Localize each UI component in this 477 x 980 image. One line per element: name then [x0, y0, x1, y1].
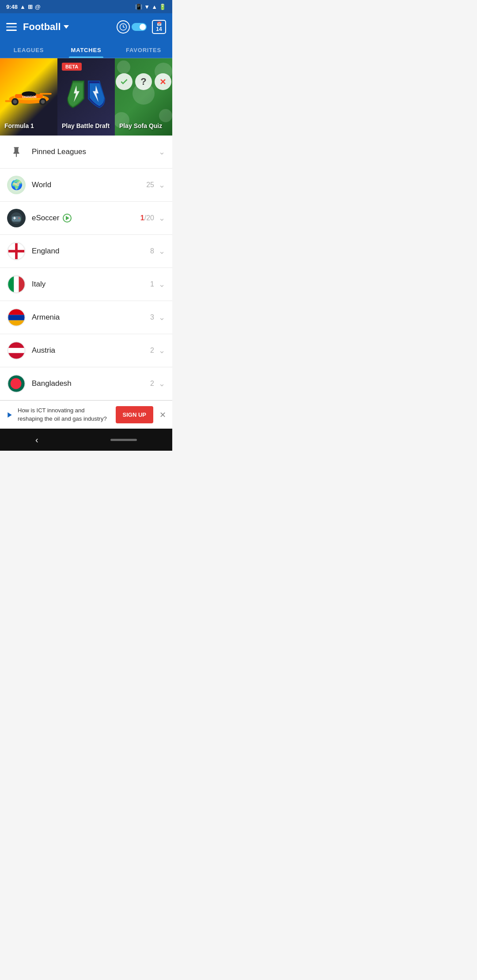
- header-icons: 📅 14: [117, 20, 166, 34]
- list-item-armenia[interactable]: Armenia 3 ⌄: [0, 301, 172, 334]
- battery-icon: 🔋: [159, 4, 166, 10]
- status-bar: 9:48 ▲ ⊞ @ 📳 ▼ ▲ 🔋: [0, 0, 172, 13]
- at-icon: @: [35, 4, 41, 10]
- bangladesh-flag: [7, 374, 26, 393]
- svg-rect-37: [8, 315, 25, 320]
- armenia-flag: [7, 308, 26, 327]
- list-item-bangladesh[interactable]: Bangladesh 2 ⌄: [0, 367, 172, 400]
- live-icon: [63, 214, 72, 222]
- svg-text:CHANDON: CHANDON: [22, 95, 37, 98]
- sofa-quiz-label: Play Sofa Quiz: [119, 122, 162, 129]
- esoccer-count: 1/20: [140, 214, 154, 222]
- chevron-icon: ⌄: [159, 313, 165, 322]
- svg-rect-41: [8, 342, 25, 348]
- beta-badge: BETA: [62, 63, 82, 71]
- svg-rect-6: [39, 93, 51, 95]
- england-flag: [7, 242, 26, 260]
- tab-matches[interactable]: MATCHES: [57, 41, 115, 58]
- list-item-esoccer[interactable]: eSoccer 1/20 ⌄: [0, 202, 172, 235]
- menu-button[interactable]: [6, 23, 17, 31]
- svg-point-10: [41, 100, 45, 104]
- svg-point-8: [13, 100, 17, 104]
- pin-icon: [7, 143, 26, 161]
- italy-label: Italy: [32, 280, 150, 289]
- svg-point-12: [117, 60, 130, 74]
- home-indicator[interactable]: [110, 439, 137, 441]
- pinned-leagues-label: Pinned Leagues: [32, 147, 159, 156]
- austria-flag: [7, 341, 26, 360]
- sport-selector[interactable]: Football: [23, 21, 110, 33]
- england-label: England: [32, 247, 150, 256]
- world-icon: 🌍: [7, 176, 26, 194]
- svg-rect-38: [8, 320, 25, 326]
- drive-icon: ▲: [20, 4, 26, 10]
- calendar-button[interactable]: 📅 14: [152, 20, 166, 34]
- world-count: 25: [146, 181, 154, 189]
- promo-card-formula1[interactable]: CHANDON Formula 1: [0, 58, 57, 136]
- chevron-icon: ⌄: [159, 180, 165, 190]
- italy-count: 1: [150, 280, 154, 288]
- esoccer-icon: [7, 209, 26, 227]
- chevron-icon: ⌄: [159, 246, 165, 256]
- battle-draft-label: Play Battle Draft: [62, 122, 110, 129]
- signal-icon: ▲: [151, 4, 157, 10]
- svg-point-16: [159, 109, 172, 122]
- armenia-label: Armenia: [32, 313, 150, 322]
- bangladesh-count: 2: [150, 380, 154, 388]
- list-item-austria[interactable]: Austria 2 ⌄: [0, 334, 172, 367]
- back-button[interactable]: ‹: [35, 435, 38, 445]
- chevron-icon: ⌄: [159, 213, 165, 223]
- list-item-pinned[interactable]: Pinned Leagues ⌄: [0, 136, 172, 169]
- list-item-italy[interactable]: Italy 1 ⌄: [0, 268, 172, 301]
- italy-flag: [7, 275, 26, 294]
- promo-card-sofa-quiz[interactable]: ? Play Sofa Quiz: [115, 58, 172, 136]
- vibrate-icon: 📳: [135, 4, 142, 10]
- ad-text: How is ICT innovating and reshaping the …: [18, 407, 111, 422]
- status-right: 📳 ▼ ▲ 🔋: [135, 4, 166, 10]
- status-left: 9:48 ▲ ⊞ @: [6, 4, 41, 10]
- promo-strip: CHANDON Formula 1 BETA: [0, 58, 172, 136]
- chevron-icon: ⌄: [159, 147, 165, 157]
- england-count: 8: [150, 247, 154, 255]
- ad-close-button[interactable]: ✕: [159, 410, 166, 420]
- svg-point-47: [11, 378, 22, 389]
- tab-leagues[interactable]: LEAGUES: [0, 41, 57, 58]
- svg-marker-49: [8, 412, 11, 418]
- chevron-icon: ⌄: [159, 379, 165, 388]
- svg-rect-43: [8, 353, 25, 359]
- leagues-list: Pinned Leagues ⌄ 🌍 World 25 ⌄ eSoccer: [0, 136, 172, 400]
- austria-label: Austria: [32, 346, 150, 355]
- svg-rect-31: [8, 276, 14, 293]
- esoccer-label: eSoccer: [32, 214, 140, 222]
- toggle-switch[interactable]: [132, 23, 147, 31]
- austria-count: 2: [150, 347, 154, 354]
- chevron-down-icon: [64, 25, 69, 29]
- chevron-icon: ⌄: [159, 279, 165, 289]
- list-item-england[interactable]: England 8 ⌄: [0, 235, 172, 268]
- bottom-navigation-bar: ‹: [0, 429, 172, 451]
- tabs-bar: LEAGUES MATCHES FAVORITES: [0, 41, 172, 58]
- svg-rect-22: [14, 217, 15, 219]
- svg-rect-36: [8, 309, 25, 315]
- svg-rect-42: [8, 348, 25, 353]
- status-time: 9:48: [6, 4, 18, 10]
- svg-rect-33: [19, 276, 25, 293]
- ad-banner: How is ICT innovating and reshaping the …: [0, 400, 172, 429]
- svg-rect-32: [14, 276, 19, 293]
- header: Football 📅 14: [0, 13, 172, 41]
- armenia-count: 3: [150, 313, 154, 321]
- tab-favorites[interactable]: FAVORITES: [115, 41, 172, 58]
- list-item-world[interactable]: 🌍 World 25 ⌄: [0, 169, 172, 202]
- f1-label: Formula 1: [4, 122, 34, 129]
- promo-card-battle-draft[interactable]: BETA Play Battle Draft: [57, 58, 115, 136]
- world-label: World: [32, 181, 146, 189]
- svg-point-23: [19, 218, 20, 219]
- sign-up-button[interactable]: SIGN UP: [116, 406, 153, 423]
- svg-point-24: [19, 219, 21, 220]
- ad-play-icon: [6, 411, 13, 418]
- clock-icon: [117, 20, 130, 34]
- sport-title: Football: [23, 21, 61, 33]
- bangladesh-label: Bangladesh: [32, 379, 150, 388]
- wifi-icon: ▼: [144, 4, 150, 10]
- live-toggle[interactable]: [117, 20, 147, 34]
